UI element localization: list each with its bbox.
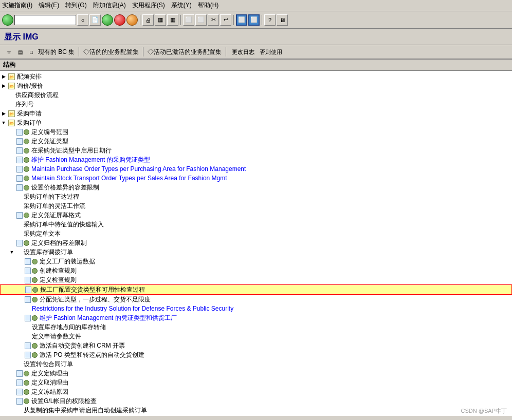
tree-label-15[interactable]: 定义凭证屏幕格式 xyxy=(31,211,81,219)
prev-button[interactable]: « xyxy=(77,14,88,26)
tree-item-35[interactable]: 设置G/L帐目的权限检查 xyxy=(0,396,512,406)
bar2-button[interactable]: ▦ xyxy=(167,14,178,26)
undo-button[interactable]: ↩ xyxy=(220,14,231,26)
tree-item-26[interactable]: 维护 Fashion Management 的凭证类型和供货工厂 xyxy=(0,313,512,322)
command-input[interactable] xyxy=(14,15,76,25)
orange-circle-btn[interactable] xyxy=(126,14,138,26)
else-use-btn[interactable]: 否则使用 xyxy=(258,48,284,56)
tree-label-31[interactable]: 设置转包合同订单 xyxy=(24,360,73,368)
tree-item-24[interactable]: 分配凭证类型，一步过程、交货不足限度 xyxy=(0,295,512,304)
tree-label-29[interactable]: 激活自动交货创建和 CRM 开票 xyxy=(40,341,125,350)
tree-label-17[interactable]: 采购定单文本 xyxy=(24,230,61,238)
tree-item-9[interactable]: 维护 Fashion Management 的采购凭证类型 xyxy=(0,155,512,164)
print-button[interactable]: 🖨 xyxy=(142,14,154,26)
tree-item-13[interactable]: 采购订单的下达过程 xyxy=(0,192,512,201)
tree-label-24[interactable]: 分配凭证类型，一步过程、交货不足限度 xyxy=(40,295,151,303)
bar-chart-button[interactable]: ▦ xyxy=(155,14,166,26)
copy-button[interactable]: ⬜ xyxy=(183,14,194,26)
tree-item-7[interactable]: 定义凭证类型 xyxy=(0,137,512,146)
monitor-button[interactable]: 🖥 xyxy=(277,14,288,26)
tree-label-33[interactable]: 定义取消理由 xyxy=(31,378,68,387)
expand-icon-19[interactable]: ▼ xyxy=(8,249,15,256)
tree-item-4[interactable]: ▶📂采购申请 xyxy=(0,109,512,118)
tree-item-17[interactable]: 采购定单文本 xyxy=(0,229,512,238)
tree-label-35[interactable]: 设置G/L帐目的权限检查 xyxy=(31,397,97,405)
tree-item-21[interactable]: 创建检查规则 xyxy=(0,266,512,275)
tree-item-1[interactable]: ▶📂询价/报价 xyxy=(0,81,512,90)
tree-item-31[interactable]: 设置转包合同订单 xyxy=(0,359,512,369)
tree-item-0[interactable]: ▶📂配频安排 xyxy=(0,72,512,81)
cut-button[interactable]: ✂ xyxy=(208,14,219,26)
save-button[interactable] xyxy=(102,14,113,26)
tree-label-30[interactable]: 激活 PO 类型和转运点的自动交货创建 xyxy=(40,351,144,359)
tree-item-25[interactable]: Restrictions for the Industry Solution f… xyxy=(0,304,512,313)
tree-item-28[interactable]: 定义申请参数文件 xyxy=(0,332,512,341)
box-icon[interactable]: □ xyxy=(27,47,36,56)
tree-label-0[interactable]: 配频安排 xyxy=(17,72,42,81)
expand-icon-0[interactable]: ▶ xyxy=(0,73,7,80)
tree-container[interactable]: ▶📂配频安排▶📂询价/报价供应商报价流程序列号▶📂采购申请▼📂采购订单定义编号范… xyxy=(0,71,512,416)
bc-collection-label[interactable]: 现有的 BC 集 xyxy=(38,48,75,56)
list-icon[interactable]: ▤ xyxy=(15,47,25,56)
tree-label-27[interactable]: 设置库存地点间的库存转储 xyxy=(32,323,106,331)
red-circle-btn[interactable] xyxy=(114,14,125,26)
tree-item-32[interactable]: 定义定购理由 xyxy=(0,369,512,378)
star-icon[interactable]: ☆ xyxy=(4,47,13,56)
tree-label-8[interactable]: 在采购凭证类型中启用日期行 xyxy=(31,146,112,155)
tree-item-27[interactable]: 设置库存地点间的库存转储 xyxy=(0,322,512,332)
tree-item-19[interactable]: ▼设置库存调拨订单 xyxy=(0,247,512,257)
menu-item-fujia[interactable]: 附加信息(A) xyxy=(93,1,126,10)
tree-label-1[interactable]: 询价/报价 xyxy=(17,82,43,90)
tree-label-3[interactable]: 序列号 xyxy=(15,100,34,108)
tree-item-12[interactable]: 设置价格差异的容差限制 xyxy=(0,183,512,192)
tree-label-22[interactable]: 定义检查规则 xyxy=(40,276,77,284)
tree-label-36[interactable]: 从复制的集中采购申请启用自动创建采购订单 xyxy=(24,406,147,414)
tree-label-20[interactable]: 定义工厂的装运数据 xyxy=(40,257,95,265)
tree-label-6[interactable]: 定义编号范围 xyxy=(31,128,68,136)
tree-label-28[interactable]: 定义申请参数文件 xyxy=(32,332,81,340)
tree-item-34[interactable]: 定义冻结原因 xyxy=(0,387,512,396)
tree-item-15[interactable]: 定义凭证屏幕格式 xyxy=(0,211,512,220)
expand-icon-1[interactable]: ▶ xyxy=(0,82,7,89)
tree-label-19[interactable]: 设置库存调拨订单 xyxy=(24,248,73,256)
tree-item-8[interactable]: 在采购凭证类型中启用日期行 xyxy=(0,146,512,155)
tree-label-26[interactable]: 维护 Fashion Management 的凭证类型和供货工厂 xyxy=(40,314,177,322)
tree-label-4[interactable]: 采购申请 xyxy=(17,109,42,118)
tree-item-23[interactable]: 按工厂配置交货类型和可用性检查过程 xyxy=(0,284,512,295)
window-btn2[interactable]: ⬜ xyxy=(248,14,260,26)
window-btn1[interactable]: ⬜ xyxy=(236,14,247,26)
tree-item-20[interactable]: 定义工厂的装运数据 xyxy=(0,257,512,266)
tree-item-30[interactable]: 激活 PO 类型和转运点的自动交货创建 xyxy=(0,350,512,359)
tree-item-10[interactable]: Maintain Purchase Order Types per Purcha… xyxy=(0,164,512,174)
tree-label-25[interactable]: Restrictions for the Industry Solution f… xyxy=(32,304,233,313)
tree-item-11[interactable]: Maintain Stock Transport Order Types per… xyxy=(0,174,512,183)
tree-label-11[interactable]: Maintain Stock Transport Order Types per… xyxy=(31,174,227,182)
menu-item-bangzhu[interactable]: 帮助(H) xyxy=(198,1,219,10)
doc-button[interactable]: 📄 xyxy=(89,14,101,26)
tree-label-7[interactable]: 定义凭证类型 xyxy=(31,137,68,145)
tree-label-5[interactable]: 采购订单 xyxy=(17,119,42,127)
tree-label-10[interactable]: Maintain Purchase Order Types per Purcha… xyxy=(31,165,246,173)
tree-label-14[interactable]: 采购订单的灵活工作流 xyxy=(24,202,85,210)
tree-label-13[interactable]: 采购订单的下达过程 xyxy=(24,193,79,201)
tree-item-2[interactable]: 供应商报价流程 xyxy=(0,90,512,100)
activated-bc-label[interactable]: ◇活动已激活的业务配置集 xyxy=(148,48,222,56)
expand-icon-5[interactable]: ▼ xyxy=(0,119,7,126)
tree-item-22[interactable]: 定义检查规则 xyxy=(0,275,512,284)
help-button[interactable]: ? xyxy=(264,14,276,26)
confirm-button[interactable] xyxy=(2,14,13,26)
tree-label-18[interactable]: 定义归档的容差限制 xyxy=(31,239,87,247)
active-bc-label[interactable]: ◇活的的业务配置集 xyxy=(83,48,139,56)
tree-item-33[interactable]: 定义取消理由 xyxy=(0,378,512,387)
tree-label-32[interactable]: 定义定购理由 xyxy=(31,369,68,377)
tree-label-34[interactable]: 定义冻结原因 xyxy=(31,388,68,396)
tree-item-5[interactable]: ▼📂采购订单 xyxy=(0,118,512,127)
tree-item-3[interactable]: 序列号 xyxy=(0,100,512,109)
tree-label-12[interactable]: 设置价格差异的容差限制 xyxy=(31,183,99,192)
menu-item-bianj[interactable]: 编辑(E) xyxy=(39,1,59,10)
tree-item-16[interactable]: 采购订单中特征值的快速输入 xyxy=(0,220,512,229)
tree-item-18[interactable]: 定义归档的容差限制 xyxy=(0,238,512,247)
tree-label-16[interactable]: 采购订单中特征值的快速输入 xyxy=(24,220,104,228)
change-log-btn[interactable]: 更改日志 xyxy=(230,48,256,56)
tree-item-6[interactable]: 定义编号范围 xyxy=(0,127,512,137)
